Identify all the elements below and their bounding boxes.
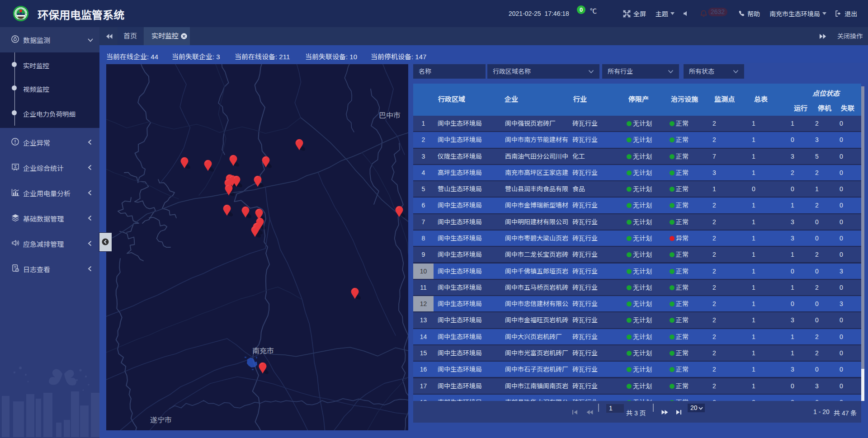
svg-text:南充市: 南充市	[252, 347, 274, 355]
svg-text:遂宁市: 遂宁市	[150, 416, 172, 424]
svg-text:巴中市: 巴中市	[379, 112, 401, 119]
